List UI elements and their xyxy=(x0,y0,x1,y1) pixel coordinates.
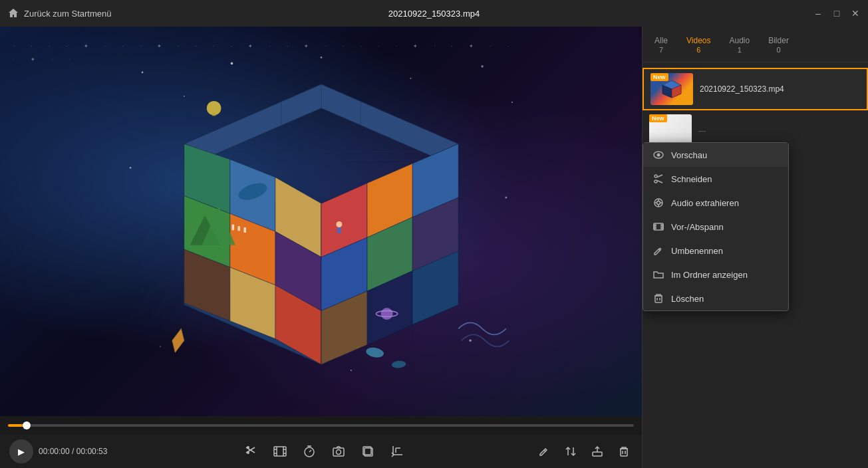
edit-icon[interactable] xyxy=(535,443,553,460)
thumb-wrap-1: New xyxy=(651,73,693,105)
svg-line-82 xyxy=(544,450,545,451)
svg-rect-113 xyxy=(661,225,663,226)
folder-ctx-icon xyxy=(653,269,664,280)
svg-rect-49 xyxy=(231,224,234,230)
trash-ctx-icon xyxy=(652,292,664,304)
vorabspann-label: Vor-/Abspann xyxy=(671,222,724,232)
svg-point-5 xyxy=(481,65,484,68)
ordner-label: Im Ordner anzeigen xyxy=(671,270,748,280)
svg-point-8 xyxy=(505,197,507,199)
svg-marker-58 xyxy=(172,328,184,352)
ctx-ordner[interactable]: Im Ordner anzeigen xyxy=(643,263,788,287)
svg-point-2 xyxy=(230,62,233,65)
maximize-button[interactable]: □ xyxy=(832,9,841,18)
video-placeholder xyxy=(0,27,642,416)
svg-line-102 xyxy=(657,175,662,177)
pencil-ctx-icon xyxy=(653,245,664,256)
svg-rect-117 xyxy=(655,296,662,302)
eye-icon xyxy=(653,150,664,160)
svg-rect-50 xyxy=(237,226,240,231)
vorabspann-icon xyxy=(652,221,664,233)
svg-point-59 xyxy=(365,346,384,359)
svg-point-9 xyxy=(160,346,161,347)
media-info-2: — xyxy=(698,126,861,134)
controls-center xyxy=(117,443,530,460)
video-area: ▶ 00:00:00 / 00:00:53 xyxy=(0,27,642,468)
controls-row: ▶ 00:00:00 / 00:00:53 xyxy=(0,435,642,468)
svg-rect-85 xyxy=(593,452,602,456)
svg-point-11 xyxy=(350,370,351,371)
main-layout: ▶ 00:00:00 / 00:00:53 xyxy=(0,27,868,468)
media-name-2: — xyxy=(698,126,861,134)
sidebar-container: New 20210922_150323.mp4 xyxy=(643,62,868,468)
back-label: Zurück zum Startmenü xyxy=(24,9,112,19)
audio-icon xyxy=(652,197,664,209)
title-bar: Zurück zum Startmenü 20210922_150323.mp4… xyxy=(0,0,868,27)
cut-icon[interactable] xyxy=(242,443,259,460)
video-canvas[interactable] xyxy=(0,27,642,416)
sidebar-tabs: Alle 7 Videos 6 Audio 1 Bilder 0 xyxy=(643,27,868,62)
svg-point-105 xyxy=(657,201,660,205)
thumb-wrap-2: New xyxy=(649,114,692,146)
controls-right xyxy=(535,443,633,460)
scissors-icon xyxy=(652,173,664,185)
music-icon xyxy=(653,197,664,208)
home-icon xyxy=(8,8,19,19)
tab-bilder[interactable]: Bilder 0 xyxy=(764,33,793,57)
media-name-1: 20210922_150323.mp4 xyxy=(700,84,860,94)
svg-rect-51 xyxy=(243,227,246,233)
snapshot-icon[interactable] xyxy=(330,443,347,460)
svg-point-3 xyxy=(320,57,322,58)
svg-point-75 xyxy=(336,450,341,455)
schneiden-label: Schneiden xyxy=(671,174,712,184)
context-menu: Vorschau Schneiden xyxy=(643,142,789,311)
media-info-1: 20210922_150323.mp4 xyxy=(700,84,860,94)
svg-point-101 xyxy=(654,180,657,183)
svg-rect-112 xyxy=(654,227,656,229)
new-badge-1: New xyxy=(651,73,668,81)
export-icon[interactable] xyxy=(589,443,606,460)
ctx-audio[interactable]: Audio extrahieren xyxy=(643,191,788,215)
ctx-vorabspann[interactable]: Vor-/Abspann xyxy=(643,215,788,239)
film-icon[interactable] xyxy=(271,443,289,460)
svg-point-10 xyxy=(469,340,472,342)
svg-point-60 xyxy=(391,360,406,369)
crop-icon[interactable] xyxy=(388,443,406,460)
progress-thumb[interactable] xyxy=(23,421,31,429)
tab-audio[interactable]: Audio 1 xyxy=(726,33,754,57)
tab-alle[interactable]: Alle 7 xyxy=(651,33,672,57)
new-badge-2: New xyxy=(649,114,667,122)
ctx-schneiden[interactable]: Schneiden xyxy=(643,167,788,191)
svg-point-100 xyxy=(654,175,657,177)
vorschau-label: Vorschau xyxy=(671,150,707,160)
tab-videos[interactable]: Videos 6 xyxy=(682,33,714,57)
svg-line-103 xyxy=(657,181,662,183)
progress-track[interactable] xyxy=(8,424,634,427)
svg-rect-111 xyxy=(654,225,656,226)
delete-icon[interactable] xyxy=(615,443,633,460)
folder-icon xyxy=(652,269,664,281)
sidebar: Alle 7 Videos 6 Audio 1 Bilder 0 xyxy=(642,27,868,468)
layers-icon[interactable] xyxy=(359,443,376,460)
svg-line-73 xyxy=(309,450,311,452)
rename-icon xyxy=(652,245,664,257)
ctx-loeschen[interactable]: Löschen xyxy=(643,287,788,310)
ctx-vorschau[interactable]: Vorschau xyxy=(643,143,788,167)
svg-rect-53 xyxy=(337,227,341,233)
umbenennen-label: Umbenennen xyxy=(671,246,723,256)
media-item-1[interactable]: New 20210922_150323.mp4 xyxy=(643,68,868,110)
minimize-button[interactable]: – xyxy=(813,9,823,18)
timer-icon[interactable] xyxy=(301,443,318,460)
ctx-umbenennen[interactable]: Umbenennen xyxy=(643,239,788,263)
progress-bar-container[interactable] xyxy=(0,416,642,435)
vorschau-icon xyxy=(652,149,664,161)
back-button[interactable]: Zurück zum Startmenü xyxy=(8,8,112,19)
play-button[interactable]: ▶ xyxy=(9,439,33,463)
svg-point-56 xyxy=(380,308,392,320)
window-controls: – □ ✕ xyxy=(813,9,860,18)
cube-illustration xyxy=(95,49,547,394)
close-button[interactable]: ✕ xyxy=(851,9,860,18)
film-ctx-icon xyxy=(653,221,664,232)
svg-point-1 xyxy=(183,96,184,97)
sort-icon[interactable] xyxy=(562,443,579,460)
